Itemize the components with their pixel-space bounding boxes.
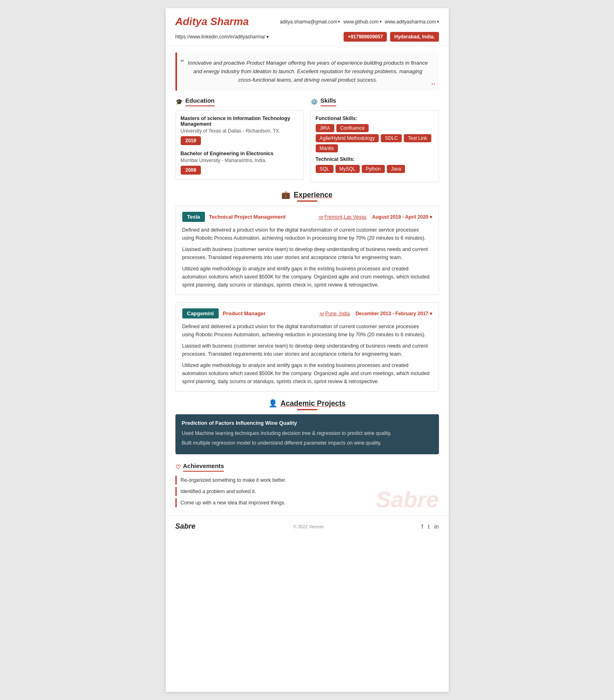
location-icon: 🛩 <box>319 214 323 220</box>
capgemini-desc-2: Liasised with business (customer service… <box>182 342 432 358</box>
tesla-desc-2: Liasised with business (customer service… <box>182 245 432 261</box>
achievements-header: ♡ Achievements <box>175 462 439 472</box>
edu-skills-section: 🎓 Education Masters of science in Inform… <box>166 97 449 182</box>
skills-title: Skills <box>321 97 336 106</box>
projects-icon: 👤 <box>268 399 277 408</box>
capgemini-location[interactable]: 🛩 Pune, India <box>319 311 350 316</box>
twitter-icon[interactable]: t <box>428 523 430 530</box>
capgemini-exp-meta: 🛩 Pune, India December 2013 - February 2… <box>319 311 432 316</box>
skill-sdlc: SDLC <box>381 134 402 142</box>
skill-confluence: Confluence <box>336 124 369 132</box>
project-title-1: Prediction of Factors Influencing Wine Q… <box>182 420 433 426</box>
phone-badge: +917989609657 <box>344 32 387 42</box>
website-link[interactable]: www.adityasharma.com ▾ <box>385 19 439 25</box>
capgemini-desc-1: Defined and delivered a product vision f… <box>182 323 432 339</box>
contact-badges: +917989609657 Hyderabad, India. <box>344 32 439 42</box>
edu-year-1: 2019 <box>181 136 201 145</box>
tesla-job-title: Technical Project Management <box>209 214 286 220</box>
capgemini-exp-card: Capgemini Product Manager 🛩 Pune, India … <box>175 302 439 392</box>
technical-skill-tags: SQL MySQL Python Java <box>316 165 434 173</box>
page-footer: Sabre © 2022 Verizon f t in <box>166 515 449 531</box>
tesla-company-badge: Tesla <box>182 212 205 222</box>
footer-logo: Sabre <box>175 522 196 531</box>
github-dropdown-icon[interactable]: ▾ <box>380 19 382 24</box>
tesla-exp-card: Tesla Technical Project Management 🛩 Fre… <box>175 206 439 295</box>
quote-open-icon: " <box>180 56 184 70</box>
edu-uni-1: University of Texas at Dallas - Richards… <box>181 128 299 134</box>
functional-skills-label: Functional Skills: <box>316 116 434 121</box>
experience-icon: 💼 <box>281 190 290 199</box>
education-box: Masters of science in Information Techno… <box>175 110 304 180</box>
projects-title: Academic Projects <box>281 399 346 408</box>
capgemini-location-icon: 🛩 <box>319 311 324 316</box>
quote-close-icon: ,, <box>431 76 435 88</box>
capgemini-job-title: Product Manager <box>223 310 266 316</box>
skill-mantis: Mantis <box>316 144 338 152</box>
resume-header: Aditya Sharma aditya.sharma@gmail.com ▾ … <box>166 8 449 46</box>
linkedin-dropdown-icon[interactable]: ▾ <box>266 34 269 40</box>
skill-jira: JIRA <box>316 124 334 132</box>
email-link[interactable]: aditya.sharma@gmail.com ▾ <box>280 19 340 25</box>
footer-social: f t in <box>422 523 439 530</box>
technical-skills-label: Technical Skills: <box>316 156 434 162</box>
experience-section-title: 💼 Experience <box>175 190 439 199</box>
skill-testlink: Test Link <box>404 134 431 142</box>
edu-item-1: Masters of science in Information Techno… <box>181 116 299 145</box>
experience-title: Experience <box>293 191 332 199</box>
capgemini-expand-icon[interactable]: ▾ <box>430 311 432 316</box>
achievements-title: Achievements <box>183 462 224 472</box>
education-title: Education <box>186 97 215 106</box>
edu-uni-2: Mumbai University - Maharashtra, India. <box>181 158 299 163</box>
project-desc-1: Used Machine learning techniques includi… <box>182 429 433 437</box>
tesla-location[interactable]: 🛩 Fremont,Las Vegas <box>319 214 367 220</box>
candidate-name: Aditya Sharma <box>175 15 249 28</box>
location-badge: Hyderabad, India. <box>390 32 439 42</box>
skills-column: ⚙️ Skills Functional Skills: JIRA Conflu… <box>310 97 439 182</box>
edu-year-2: 2009 <box>181 166 201 175</box>
skill-sql: SQL <box>316 165 333 173</box>
education-column: 🎓 Education Masters of science in Inform… <box>175 97 304 182</box>
email-dropdown-icon[interactable]: ▾ <box>338 19 340 24</box>
skill-java: Java <box>387 165 405 173</box>
functional-skill-tags: JIRA Confluence Agile/Hybrid Methodology… <box>316 124 434 152</box>
contact-links: aditya.sharma@gmail.com ▾ www.github.com… <box>280 19 439 25</box>
capgemini-company-badge: Capgemini <box>182 308 219 318</box>
footer-copyright: © 2022 Verizon <box>293 524 323 529</box>
education-icon: 🎓 <box>175 98 183 105</box>
summary-text: Innovative and proactive Product Manager… <box>188 60 428 83</box>
achievement-1: Re-organized something to make it work b… <box>175 476 439 485</box>
project-desc-2: Built multiple regression model to under… <box>182 439 433 447</box>
achievements-list: Re-organized something to make it work b… <box>175 476 439 507</box>
achievements-watermark: Sabre <box>376 487 439 511</box>
github-link[interactable]: www.github.com ▾ <box>343 19 381 25</box>
linkedin-social-icon[interactable]: in <box>435 523 439 530</box>
summary-section: " Innovative and proactive Product Manag… <box>175 53 439 91</box>
tesla-exp-meta: 🛩 Fremont,Las Vegas August 2019 - April … <box>319 214 432 220</box>
achievements-section: ♡ Achievements Re-organized something to… <box>166 462 449 507</box>
skill-mysql: MySQL <box>335 165 360 173</box>
facebook-icon[interactable]: f <box>422 523 423 530</box>
skills-header: ⚙️ Skills <box>310 97 439 106</box>
achievements-icon: ♡ <box>175 464 181 471</box>
capgemini-desc-3: Utilized agile methodology to analyze an… <box>182 361 432 386</box>
capgemini-exp-header: Capgemini Product Manager 🛩 Pune, India … <box>182 308 432 318</box>
tesla-desc-1: Defined and delivered a product vision f… <box>182 226 432 242</box>
linkedin-link[interactable]: https://www.linkedin.com/in/adityasharma… <box>175 34 269 40</box>
skills-icon: ⚙️ <box>310 98 318 105</box>
skills-box: Functional Skills: JIRA Confluence Agile… <box>310 110 439 182</box>
projects-section-title: 👤 Academic Projects <box>175 399 439 408</box>
tesla-exp-header: Tesla Technical Project Management 🛩 Fre… <box>182 212 432 222</box>
website-dropdown-icon[interactable]: ▾ <box>437 19 439 24</box>
capgemini-dates: December 2013 - February 2017 ▾ <box>355 311 432 316</box>
edu-item-2: Bachelor of Engineering in Electronics M… <box>181 151 299 175</box>
edu-degree-2: Bachelor of Engineering in Electronics <box>181 151 299 156</box>
skill-agile: Agile/Hybrid Methodology <box>316 134 379 142</box>
edu-degree-1: Masters of science in Information Techno… <box>181 116 299 127</box>
tesla-desc-3: Utilized agile methodology to analyze an… <box>182 265 432 289</box>
skill-python: Python <box>362 165 385 173</box>
tesla-dates: August 2019 - April 2020 ▾ <box>372 214 432 220</box>
projects-section: Prediction of Factors Influencing Wine Q… <box>175 414 439 454</box>
education-header: 🎓 Education <box>175 97 304 106</box>
tesla-expand-icon[interactable]: ▾ <box>430 214 432 220</box>
project-card-1: Prediction of Factors Influencing Wine Q… <box>175 414 439 454</box>
